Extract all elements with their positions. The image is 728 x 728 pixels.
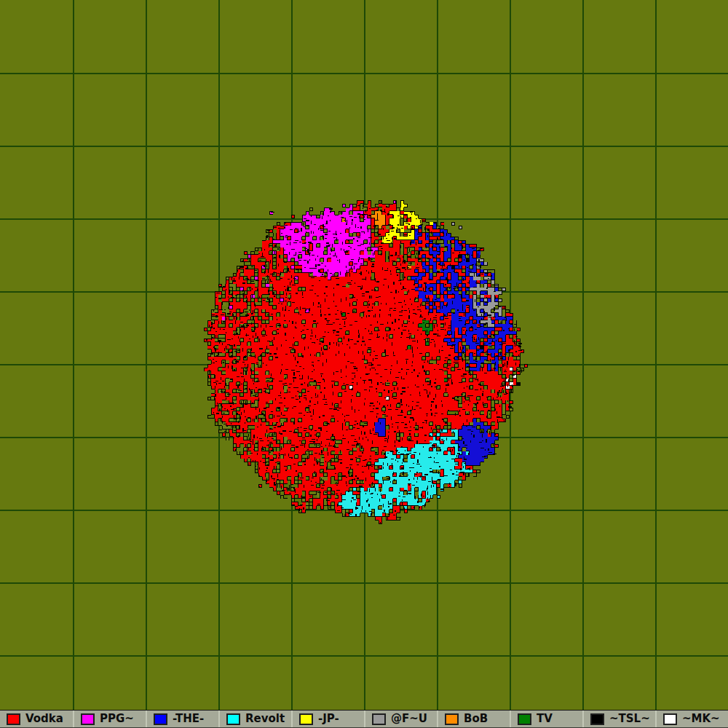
legend-label: -THE-	[173, 713, 204, 724]
game-screen: Vodka PPG~ -THE- Revolt -JP- @F~U BoB T	[0, 0, 728, 728]
legend-item-tsl: ~TSL~	[582, 711, 655, 727]
legend-item-tv: TV	[510, 711, 582, 727]
legend-item-fu: @F~U	[364, 711, 437, 727]
legend-item-the: -THE-	[146, 711, 218, 727]
the-color-swatch-icon	[154, 713, 167, 725]
legend-label: -JP-	[318, 713, 339, 724]
ppg-color-swatch-icon	[81, 713, 95, 725]
jp-color-swatch-icon	[299, 713, 313, 725]
legend-item-jp: -JP-	[291, 711, 364, 727]
legend-item-bob: BoB	[437, 711, 510, 727]
legend-label: ~MK~	[682, 713, 720, 724]
tv-color-swatch-icon	[518, 713, 531, 725]
fu-color-swatch-icon	[372, 713, 386, 725]
legend-label: Vodka	[25, 713, 63, 724]
legend-item-ppg: PPG~	[73, 711, 146, 727]
legend-label: @F~U	[391, 713, 427, 724]
legend-label: TV	[537, 713, 553, 724]
game-map-canvas[interactable]	[0, 0, 728, 728]
legend-bar: Vodka PPG~ -THE- Revolt -JP- @F~U BoB T	[0, 710, 728, 728]
legend-item-vodka: Vodka	[0, 711, 73, 727]
mk-color-swatch-icon	[663, 713, 677, 725]
revolt-color-swatch-icon	[226, 713, 240, 725]
legend-label: ~TSL~	[609, 713, 650, 724]
tsl-color-swatch-icon	[590, 713, 604, 725]
vodka-color-swatch-icon	[7, 713, 20, 725]
legend-label: PPG~	[100, 713, 134, 724]
legend-label: Revolt	[245, 713, 285, 724]
legend-label: BoB	[464, 713, 488, 724]
bob-color-swatch-icon	[445, 713, 459, 725]
legend-item-mk: ~MK~	[655, 711, 728, 727]
legend-item-revolt: Revolt	[218, 711, 291, 727]
